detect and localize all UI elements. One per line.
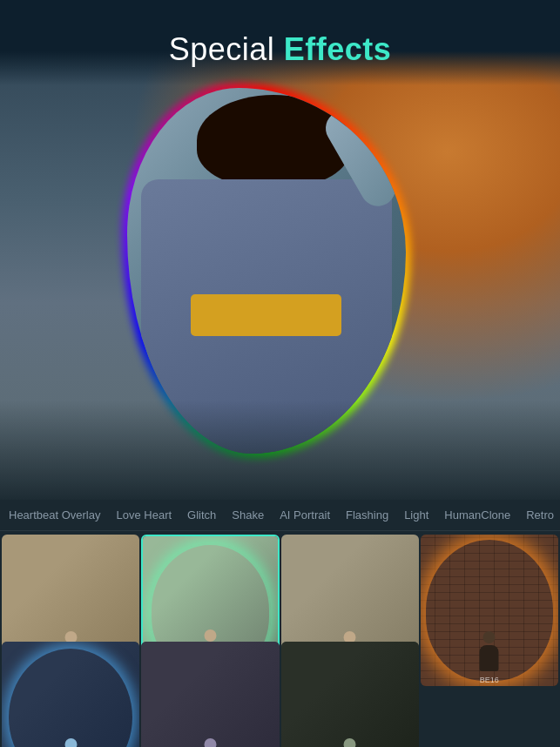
thumbnail-be19[interactable]: BE19: [281, 642, 419, 747]
thumb-bg-be17: [2, 642, 139, 747]
thumbnail-be16[interactable]: BE16: [421, 535, 558, 686]
tab-glitch[interactable]: Glitch: [186, 505, 218, 525]
tab-light[interactable]: Light: [402, 505, 430, 525]
tab-humanclone[interactable]: HumanClone: [442, 505, 512, 525]
thumb-bg-be16: [421, 535, 558, 686]
thumbnail-grid: ⬇ BE13 ⬇ BE14 ⬇ BE15: [0, 531, 560, 747]
photo-fade-overlay: [0, 400, 560, 505]
thumb-bg-be19: [281, 642, 419, 747]
filter-tabs-row[interactable]: Heartbeat Overlay Love Heart Glitch Shak…: [0, 500, 560, 531]
thumb-person-be17: [56, 738, 86, 747]
title-plain: Special: [169, 31, 284, 67]
tab-heartbeat-overlay[interactable]: Heartbeat Overlay: [7, 505, 103, 525]
tab-flashing[interactable]: Flashing: [344, 505, 390, 525]
thumbnail-be17[interactable]: BE17: [2, 642, 139, 747]
page-title: Special Effects: [17, 31, 543, 68]
person-hair: [197, 95, 350, 186]
header: Special Effects: [0, 0, 560, 85]
label-be16: BE16: [421, 676, 558, 684]
thumb-bg-be18: [141, 642, 279, 747]
thumb-person-be16: [474, 631, 504, 679]
title-highlight: Effects: [284, 31, 392, 67]
person-top: [191, 294, 341, 335]
thumb-person-be19: [334, 738, 365, 747]
brick-background: [421, 535, 558, 686]
tab-love-heart[interactable]: Love Heart: [115, 505, 174, 525]
thumb-person-be18: [195, 738, 226, 747]
tab-ai-portrait[interactable]: AI Portrait: [278, 505, 332, 525]
tab-shake[interactable]: Shake: [230, 505, 266, 525]
thumbnail-be18[interactable]: BE18: [141, 642, 279, 747]
person-with-effect: [127, 88, 406, 454]
tab-retro[interactable]: Retro: [524, 505, 556, 525]
person-body: [127, 88, 406, 454]
